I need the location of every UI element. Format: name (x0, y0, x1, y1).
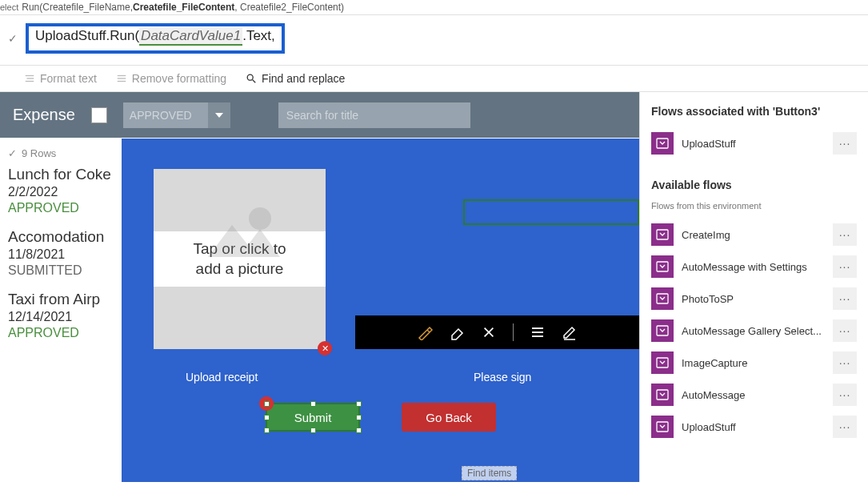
go-back-button[interactable]: Go Back (402, 403, 496, 432)
svg-point-6 (247, 74, 253, 80)
find-replace-button[interactable]: Find and replace (246, 72, 345, 85)
flow-icon (651, 416, 674, 438)
lines-icon[interactable] (530, 324, 546, 340)
format-text-button: Format text (24, 72, 97, 85)
flow-name: CreateImg (682, 229, 825, 241)
flow-item[interactable]: UploadStuff··· (651, 411, 857, 443)
format-icon (24, 73, 35, 84)
flow-item[interactable]: AutoMessage with Settings··· (651, 251, 857, 283)
associated-heading: Flows associated with 'Button3' (651, 105, 857, 118)
canvas[interactable]: Expense APPROVED Search for title ✓ 9 Ro… (0, 92, 639, 482)
resize-handle[interactable] (264, 401, 270, 407)
edit-icon[interactable] (562, 324, 578, 340)
svg-rect-22 (657, 390, 668, 400)
resize-handle[interactable] (356, 428, 362, 433)
add-picture-control[interactable]: Tap or click to add a picture ✕ (154, 169, 326, 349)
find-items-field[interactable]: Find items (462, 466, 517, 480)
resize-handle[interactable] (356, 415, 362, 420)
flow-name: AutoMessage Gallery Select... (682, 325, 825, 337)
svg-rect-21 (657, 358, 668, 368)
close-icon: ✕ (322, 344, 329, 353)
flow-name: UploadStuff (682, 421, 825, 433)
formula-check-icon[interactable]: ✓ (5, 32, 21, 45)
flow-item[interactable]: AutoMessage··· (651, 379, 857, 411)
flow-more-button[interactable]: ··· (833, 416, 857, 438)
flow-icon (651, 351, 674, 374)
flow-icon (651, 255, 674, 278)
flow-name: AutoMessage with Settings (682, 261, 825, 273)
flow-more-button[interactable]: ··· (833, 287, 857, 310)
pen-input-control[interactable] (355, 169, 639, 349)
flow-icon (651, 132, 674, 155)
search-input[interactable]: Search for title (278, 102, 470, 128)
flow-item[interactable]: UploadStuff··· (651, 127, 857, 159)
svg-rect-19 (657, 294, 668, 303)
chevron-down-icon (208, 102, 230, 128)
svg-marker-8 (208, 225, 280, 257)
submit-button[interactable]: Submit ✕ (266, 403, 360, 432)
svg-line-7 (253, 80, 256, 83)
available-heading: Available flows (651, 179, 857, 191)
resize-handle[interactable] (310, 428, 316, 433)
flow-name: AutoMessage (682, 389, 825, 401)
flow-icon (651, 223, 674, 246)
pen-toolbar (355, 315, 639, 349)
flow-item[interactable]: PhotoToSP··· (651, 283, 857, 315)
svg-point-9 (249, 207, 271, 230)
flow-more-button[interactable]: ··· (833, 132, 857, 155)
check-icon: ✓ (8, 147, 17, 159)
divider (513, 323, 514, 341)
expense-header: Expense APPROVED Search for title (0, 92, 639, 138)
resize-handle[interactable] (264, 428, 270, 433)
flow-icon (651, 287, 674, 310)
resize-handle[interactable] (310, 401, 316, 407)
svg-rect-20 (657, 326, 668, 335)
flow-item[interactable]: ImageCapture··· (651, 347, 857, 379)
flow-item[interactable]: CreateImg··· (651, 219, 857, 251)
pen-icon[interactable] (417, 324, 433, 340)
hint-left-label: elect (0, 2, 22, 12)
svg-rect-23 (657, 422, 668, 432)
edit-form-overlay: Tap or click to add a picture ✕ Upload r… (122, 139, 639, 482)
svg-rect-17 (657, 230, 668, 239)
svg-rect-16 (657, 139, 668, 148)
flow-more-button[interactable]: ··· (833, 351, 857, 374)
eraser-icon[interactable] (449, 324, 465, 340)
flows-panel: Flows associated with 'Button3' UploadSt… (639, 92, 868, 482)
page-title: Expense (13, 106, 75, 124)
signature-field[interactable] (463, 199, 639, 225)
search-icon (246, 73, 257, 84)
filter-checkbox[interactable] (91, 107, 107, 123)
status-dropdown[interactable]: APPROVED (123, 102, 230, 128)
upload-label: Upload receipt (186, 371, 258, 384)
flow-icon (651, 319, 674, 342)
formula-input[interactable]: UploadStuff.Run( DataCardValue1 .Text, (26, 23, 285, 54)
flow-icon (651, 384, 674, 406)
formula-bar[interactable]: ✓ UploadStuff.Run( DataCardValue1 .Text, (0, 15, 868, 66)
formula-toolbar: Format text Remove formatting Find and r… (0, 66, 868, 92)
flow-more-button[interactable]: ··· (833, 384, 857, 406)
flow-more-button[interactable]: ··· (833, 255, 857, 278)
flow-item[interactable]: AutoMessage Gallery Select...··· (651, 315, 857, 347)
svg-rect-18 (657, 262, 668, 271)
env-subheading: Flows from this environment (651, 201, 857, 211)
flow-name: ImageCapture (682, 357, 825, 369)
flow-name: UploadStuff (682, 138, 825, 150)
resize-handle[interactable] (356, 401, 362, 407)
remove-format-icon (116, 73, 127, 84)
resize-handle[interactable] (264, 415, 270, 420)
sign-label: Please sign (474, 371, 531, 384)
clear-icon[interactable] (481, 324, 497, 340)
formula-hint-bar: elect Run(Createfile_FileName, Createfil… (0, 0, 868, 15)
flow-name: PhotoToSP (682, 293, 825, 305)
image-placeholder-icon (192, 201, 288, 268)
delete-picture-button[interactable]: ✕ (318, 341, 332, 355)
flow-more-button[interactable]: ··· (833, 319, 857, 342)
remove-formatting-button: Remove formatting (116, 72, 226, 85)
flow-more-button[interactable]: ··· (833, 223, 857, 246)
